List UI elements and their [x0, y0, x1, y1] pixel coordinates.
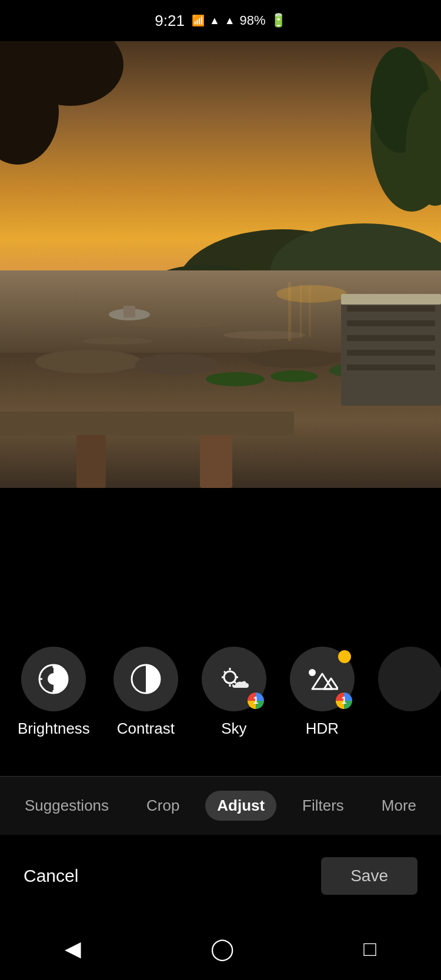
bottom-tabs: Suggestions Crop Adjust Filters More [0, 776, 441, 835]
svg-rect-39 [0, 412, 294, 435]
home-nav-icon[interactable]: ◯ [211, 936, 234, 961]
tab-crop-label: Crop [146, 797, 179, 815]
hdr-dot-badge [338, 650, 351, 663]
svg-point-58 [309, 669, 316, 676]
svg-rect-18 [300, 285, 302, 338]
tool-hdr-circle: 1 [290, 647, 355, 711]
svg-point-21 [82, 337, 153, 344]
tab-adjust-label: Adjust [217, 797, 265, 815]
recents-nav-icon[interactable]: □ [363, 936, 376, 961]
svg-point-43 [48, 673, 59, 685]
wifi-icon: ▲ [209, 15, 220, 27]
tab-suggestions[interactable]: Suggestions [13, 791, 121, 821]
svg-rect-41 [123, 306, 135, 317]
black-gap [0, 488, 441, 658]
brightness-icon [38, 663, 69, 695]
battery-icon: 🔋 [270, 13, 286, 28]
tool-contrast-circle [113, 647, 178, 711]
status-icons: 📶 ▲ ▲ 98% 🔋 [192, 13, 286, 28]
tool-warmth-partial[interactable]: W [378, 647, 441, 738]
tab-suggestions-label: Suggestions [25, 797, 109, 815]
tab-more[interactable]: More [370, 791, 428, 821]
tab-crop[interactable]: Crop [135, 791, 191, 821]
svg-rect-33 [347, 335, 435, 341]
action-bar: Cancel Save [0, 847, 441, 905]
svg-point-16 [276, 285, 347, 303]
back-nav-icon[interactable]: ◀ [65, 936, 81, 961]
save-button[interactable]: Save [321, 857, 417, 895]
tools-scroll: Brightness Contrast [0, 635, 441, 750]
svg-rect-34 [347, 350, 435, 356]
tab-adjust[interactable]: Adjust [205, 791, 276, 821]
svg-rect-38 [200, 429, 232, 488]
hdr-google-badge: 1 [336, 693, 352, 709]
contrast-icon [130, 663, 162, 695]
tab-filters[interactable]: Filters [290, 791, 356, 821]
brightness-label: Brightness [18, 720, 90, 738]
svg-point-24 [35, 350, 141, 373]
battery-display: 98% [240, 13, 266, 28]
svg-line-55 [234, 681, 236, 683]
nav-bar: ◀ ◯ □ [0, 917, 441, 980]
svg-point-22 [223, 331, 306, 339]
svg-line-54 [224, 671, 226, 673]
tool-sky-circle: 1 [202, 647, 266, 711]
hdr-label: HDR [306, 720, 339, 738]
cancel-button[interactable]: Cancel [24, 866, 78, 886]
sky-label: Sky [221, 720, 246, 738]
svg-rect-31 [347, 306, 435, 312]
photo-area [0, 41, 441, 488]
sky-icon [218, 663, 250, 695]
hdr-icon [306, 663, 338, 695]
tool-warmth-circle [378, 647, 441, 711]
sky-google-badge: 1 [248, 693, 264, 709]
tool-sky[interactable]: 1 Sky [202, 647, 266, 738]
status-bar: 9:21 📶 ▲ ▲ 98% 🔋 [0, 0, 441, 41]
tab-filters-label: Filters [302, 797, 344, 815]
contrast-label: Contrast [117, 720, 175, 738]
svg-rect-19 [309, 287, 311, 337]
tab-more-label: More [382, 797, 416, 815]
photo-svg [0, 41, 441, 488]
tool-contrast[interactable]: Contrast [113, 647, 178, 738]
tool-hdr[interactable]: 1 HDR [290, 647, 355, 738]
svg-point-28 [270, 370, 318, 382]
time-display: 9:21 [155, 12, 185, 30]
signal-icon: ▲ [225, 15, 235, 27]
svg-point-20 [129, 319, 223, 328]
svg-rect-32 [347, 320, 435, 326]
svg-rect-36 [341, 294, 441, 305]
tools-area: Brightness Contrast [0, 635, 441, 764]
svg-point-26 [247, 349, 341, 368]
svg-point-27 [206, 372, 265, 386]
tool-brightness[interactable]: Brightness [18, 647, 90, 738]
sim-icon: 📶 [192, 14, 205, 27]
svg-rect-35 [347, 364, 435, 370]
tool-brightness-circle [21, 647, 86, 711]
svg-point-25 [135, 354, 218, 375]
